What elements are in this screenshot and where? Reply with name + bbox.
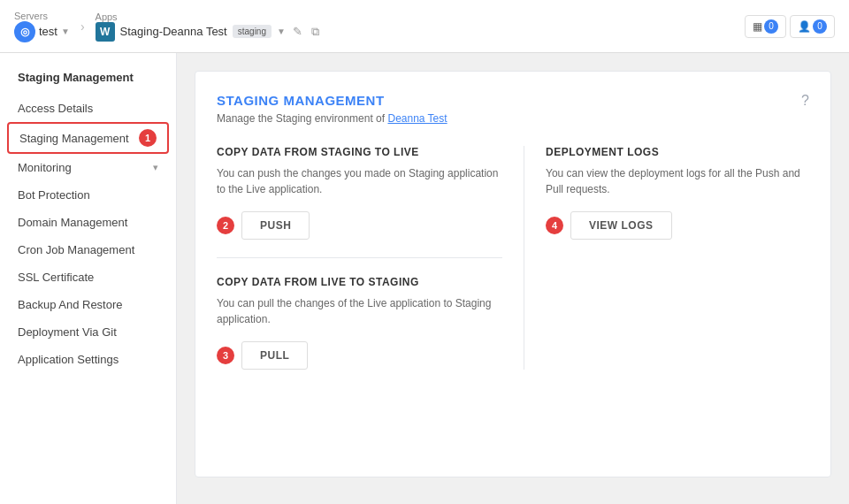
files-count: 0	[764, 19, 778, 34]
server-name: test	[39, 25, 57, 38]
sidebar-item-cron-job[interactable]: Cron Job Management	[0, 236, 176, 263]
push-button[interactable]: PUSH	[241, 211, 310, 240]
topnav-right: ▦ 0 👤 0	[745, 15, 835, 38]
sidebar-item-staging-management[interactable]: Staging Management 1	[7, 122, 169, 154]
topnav: Servers ◎ test ▼ › Apps W Staging-Deanna…	[0, 0, 849, 53]
sidebar-item-monitoring[interactable]: Monitoring ▾	[0, 154, 176, 181]
sidebar-item-ssl[interactable]: SSL Certificate	[0, 263, 176, 291]
sidebar-item-domain-management[interactable]: Domain Management	[0, 209, 176, 236]
sidebar-item-bot-protection[interactable]: Bot Protection	[0, 181, 176, 209]
sidebar-item-label: Staging Management	[19, 132, 129, 145]
push-section: COPY DATA FROM STAGING TO LIVE You can p…	[217, 146, 502, 240]
sidebar-item-label: SSL Certificate	[18, 271, 94, 284]
servers-label: Servers	[14, 11, 70, 21]
app-name[interactable]: Staging-Deanna Test	[120, 25, 227, 38]
external-link-icon[interactable]: ⧉	[310, 23, 321, 41]
sidebar-item-label: Cron Job Management	[18, 243, 134, 256]
page-header: STAGING MANAGEMENT ?	[217, 93, 809, 109]
edit-icon[interactable]: ✎	[291, 23, 304, 40]
sidebar-item-deployment-git[interactable]: Deployment Via Git	[0, 318, 176, 346]
step-badge-3: 3	[217, 347, 234, 364]
files-icon: ▦	[753, 20, 762, 33]
sidebar-item-backup[interactable]: Backup And Restore	[0, 291, 176, 318]
subtitle-link[interactable]: Deanna Test	[387, 112, 447, 125]
apps-section: Apps W Staging-Deanna Test staging ▼ ✎ ⧉	[96, 11, 321, 42]
pull-btn-row: 3 PULL	[217, 341, 502, 370]
sidebar-item-label: Monitoring	[18, 161, 72, 174]
app-row: W Staging-Deanna Test staging ▼ ✎ ⧉	[96, 22, 321, 42]
wordpress-icon: W	[96, 22, 115, 42]
sidebar-item-app-settings[interactable]: Application Settings	[0, 346, 176, 373]
two-col-layout: COPY DATA FROM STAGING TO LIVE You can p…	[217, 146, 809, 370]
server-dropdown-icon[interactable]: ▼	[61, 27, 70, 36]
pull-section-title: COPY DATA FROM LIVE TO STAGING	[217, 276, 502, 288]
main-content: STAGING MANAGEMENT ? Manage the Staging …	[177, 53, 849, 504]
sidebar-item-label: Backup And Restore	[18, 298, 123, 311]
view-logs-btn-row: 4 VIEW LOGS	[546, 211, 809, 240]
content-card: STAGING MANAGEMENT ? Manage the Staging …	[195, 71, 831, 477]
chevron-down-icon: ▾	[153, 162, 158, 173]
sidebar-item-label: Access Details	[18, 102, 93, 115]
servers-section: Servers ◎ test ▼	[14, 11, 70, 42]
step-badge-2: 2	[217, 217, 234, 234]
section-separator	[217, 257, 502, 258]
sidebar-item-label: Bot Protection	[18, 188, 90, 202]
push-section-title: COPY DATA FROM STAGING TO LIVE	[217, 146, 502, 158]
staging-badge: staging	[233, 25, 272, 38]
right-column: DEPLOYMENT LOGS You can view the deploym…	[524, 146, 809, 370]
files-button[interactable]: ▦ 0	[745, 15, 786, 38]
sidebar-item-label: Deployment Via Git	[18, 325, 117, 339]
page-title: STAGING MANAGEMENT	[217, 93, 385, 108]
users-button[interactable]: 👤 0	[790, 15, 835, 38]
server-row: ◎ test ▼	[14, 21, 70, 42]
page-subtitle: Manage the Staging environment of Deanna…	[217, 112, 809, 125]
users-count: 0	[813, 19, 827, 34]
layout: Staging Management Access Details Stagin…	[0, 53, 849, 504]
push-btn-row: 2 PUSH	[217, 211, 502, 240]
sidebar-item-label: Domain Management	[18, 216, 127, 229]
help-icon[interactable]: ?	[801, 93, 809, 109]
left-column: COPY DATA FROM STAGING TO LIVE You can p…	[217, 146, 502, 370]
sidebar-item-access-details[interactable]: Access Details	[0, 95, 176, 122]
logs-section-title: DEPLOYMENT LOGS	[546, 146, 809, 158]
app-dropdown-icon[interactable]: ▼	[277, 27, 286, 36]
users-icon: 👤	[798, 20, 811, 33]
sidebar: Staging Management Access Details Stagin…	[0, 53, 177, 504]
step-badge-4: 4	[546, 217, 563, 234]
apps-label: Apps	[96, 11, 321, 22]
sidebar-item-label: Application Settings	[18, 353, 119, 366]
pull-button[interactable]: PULL	[241, 341, 308, 370]
server-logo-icon: ◎	[14, 21, 35, 42]
breadcrumb-separator: ›	[80, 19, 85, 34]
sidebar-title: Staging Management	[0, 71, 176, 95]
pull-section: COPY DATA FROM LIVE TO STAGING You can p…	[217, 276, 502, 370]
step-badge-1: 1	[139, 129, 157, 147]
push-section-desc: You can push the changes you made on Sta…	[217, 165, 502, 197]
view-logs-button[interactable]: VIEW LOGS	[570, 211, 672, 240]
pull-section-desc: You can pull the changes of the Live app…	[217, 295, 502, 327]
logs-section-desc: You can view the deployment logs for all…	[546, 165, 809, 197]
